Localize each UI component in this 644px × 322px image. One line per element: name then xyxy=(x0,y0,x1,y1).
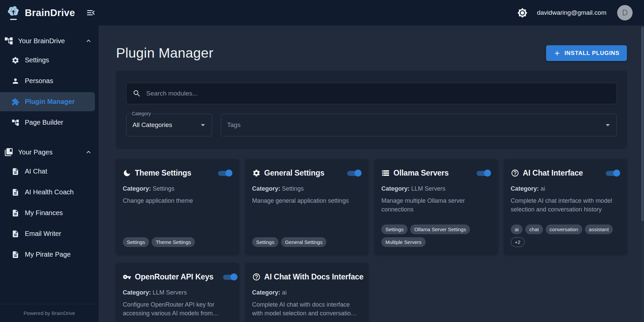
plugin-category-value: Settings xyxy=(153,185,174,192)
avatar[interactable]: D xyxy=(617,5,633,20)
sidebar-item-label: Page Builder xyxy=(25,119,63,126)
plugin-category-label: Category: xyxy=(252,185,282,192)
sidebar-item-ai-chat[interactable]: AI Chat xyxy=(0,162,95,181)
app-header: BrainDrive davidwaring@gmail.com D xyxy=(0,0,644,25)
brand-name: BrainDrive xyxy=(25,7,75,18)
scrollbar-thumb[interactable] xyxy=(641,27,644,221)
help-icon xyxy=(252,273,261,281)
main-content: Plugin Manager INSTALL PLUGINS Category … xyxy=(99,25,644,322)
plugin-description: Complete AI chat interface with model se… xyxy=(511,197,621,214)
sidebar-item-plugin-manager[interactable]: Plugin Manager xyxy=(0,92,95,111)
overflow-tag-chip: +2 xyxy=(511,237,525,247)
plugin-enabled-toggle[interactable] xyxy=(347,169,362,178)
sidebar-item-email-writer[interactable]: Email Writer xyxy=(0,224,95,243)
tag-chip-multiple-servers: Multiple Servers xyxy=(381,237,426,247)
plugin-card-header: Theme Settings xyxy=(123,167,232,179)
plugin-card-title: AI Chat Interface xyxy=(523,169,602,178)
plugin-category: Category: Settings xyxy=(252,185,362,192)
sidebar-item-personas[interactable]: Personas xyxy=(0,71,95,90)
sidebar-item-label: Personas xyxy=(25,77,53,85)
search-box xyxy=(126,83,617,104)
install-plugins-label: INSTALL PLUGINS xyxy=(565,50,620,57)
tag-chip-ollama-server-settings: Ollama Server Settings xyxy=(410,224,470,234)
plugin-card-theme-settings: Theme SettingsCategory: SettingsChange a… xyxy=(116,159,239,254)
install-plugins-button[interactable]: INSTALL PLUGINS xyxy=(546,45,627,61)
gear-icon xyxy=(252,169,261,177)
scrollbar[interactable] xyxy=(641,25,644,322)
plugin-card-header: AI Chat Interface xyxy=(511,167,621,179)
plugin-category-value: LLM Servers xyxy=(411,185,445,192)
brain-logo-icon xyxy=(6,4,21,21)
tags-input[interactable]: Tags xyxy=(221,114,617,136)
plugin-category: Category: ai xyxy=(511,185,621,192)
sidebar-section-label: Your Pages xyxy=(18,148,80,156)
tags-placeholder: Tags xyxy=(227,121,603,129)
powered-by-text: Powered by BrainDrive xyxy=(23,310,75,316)
sidebar-section-your-braindrive[interactable]: Your BrainDrive xyxy=(0,33,99,49)
plugin-card-grid: Theme SettingsCategory: SettingsChange a… xyxy=(116,159,627,322)
sidebar-item-label: AI Chat xyxy=(25,168,47,175)
tag-chip-conversation: conversation xyxy=(546,224,582,234)
plugin-card-ai-chat-interface: AI Chat InterfaceCategory: aiComplete AI… xyxy=(504,159,627,254)
sidebar-item-my-finances[interactable]: My Finances xyxy=(0,203,95,222)
plugin-card-header: General Settings xyxy=(252,167,362,179)
help-icon xyxy=(511,169,519,177)
plugin-card-title: Theme Settings xyxy=(135,169,214,178)
plugin-category-label: Category: xyxy=(123,185,153,192)
category-select-label: Category xyxy=(130,111,153,116)
sidebar-section-your-pages[interactable]: Your Pages xyxy=(0,144,99,160)
gear-icon xyxy=(11,56,19,64)
toggle-thumb xyxy=(484,170,491,177)
sidebar-item-page-builder[interactable]: Page Builder xyxy=(0,113,95,132)
toggle-thumb xyxy=(230,273,237,280)
search-input[interactable] xyxy=(146,89,610,98)
sidebar-item-label: Plugin Manager xyxy=(25,98,75,106)
plugin-card-header: AI Chat With Docs Interface xyxy=(252,271,369,282)
person-icon xyxy=(11,77,19,85)
account-tree-icon xyxy=(11,119,19,127)
tag-chip-settings: Settings xyxy=(381,224,408,234)
search-icon xyxy=(132,89,141,98)
sidebar-nav: Your BrainDriveSettingsPersonasPlugin Ma… xyxy=(0,25,99,264)
sidebar-section-label: Your BrainDrive xyxy=(18,37,80,45)
plugin-category-value: ai xyxy=(282,289,287,296)
sidebar: Your BrainDriveSettingsPersonasPlugin Ma… xyxy=(0,25,99,322)
plugin-tags: SettingsOllama Server SettingsMultiple S… xyxy=(381,224,491,247)
toggle-thumb xyxy=(613,170,620,177)
plugin-tags: SettingsGeneral Settings xyxy=(252,237,362,247)
arrow-drop-down-icon xyxy=(198,120,208,130)
arrow-drop-down-icon xyxy=(603,120,612,130)
plugin-enabled-toggle[interactable] xyxy=(476,169,491,178)
menu-open-icon xyxy=(86,8,96,18)
plugin-card-header: OpenRouter API Keys xyxy=(123,271,237,282)
category-select-value: All Categories xyxy=(132,121,198,129)
plugin-enabled-toggle[interactable] xyxy=(218,169,232,178)
plugin-description: Manage general application settings xyxy=(252,197,362,205)
plugin-card-header: Ollama Servers xyxy=(381,167,491,179)
moon-icon xyxy=(123,169,131,177)
sidebar-item-my-pirate-page[interactable]: My Pirate Page xyxy=(0,245,95,264)
theme-toggle-button[interactable] xyxy=(517,8,528,18)
plugin-category-label: Category: xyxy=(381,185,411,192)
tag-chip-settings: Settings xyxy=(123,237,149,247)
sidebar-item-label: Email Writer xyxy=(25,230,61,238)
menu-open-button[interactable] xyxy=(86,8,96,18)
sidebar-item-ai-health-coach[interactable]: AI Health Coach xyxy=(0,183,95,202)
page-title: Plugin Manager xyxy=(116,45,213,61)
filter-row: Category All Categories Tags xyxy=(126,114,617,136)
brand[interactable]: BrainDrive xyxy=(6,4,75,21)
plugin-category: Category: Settings xyxy=(123,185,232,192)
sidebar-item-settings[interactable]: Settings xyxy=(0,51,95,70)
sidebar-item-label: Settings xyxy=(25,56,49,64)
plugin-enabled-toggle[interactable] xyxy=(223,272,237,281)
tag-chip-assistant: assistant xyxy=(585,224,613,234)
plugin-description: Manage multiple Ollama server connection… xyxy=(381,197,491,214)
plugin-tags: aichatconversationassistant+2 xyxy=(511,224,621,247)
category-select[interactable]: Category All Categories xyxy=(126,114,212,136)
plugin-category-label: Category: xyxy=(252,289,282,296)
sidebar-footer: Powered by BrainDrive xyxy=(0,304,99,322)
chevron-up-icon xyxy=(85,37,93,45)
sidebar-item-label: My Finances xyxy=(25,209,63,217)
plugin-enabled-toggle[interactable] xyxy=(605,169,620,178)
plugin-card-title: AI Chat With Docs Interface xyxy=(264,272,369,281)
